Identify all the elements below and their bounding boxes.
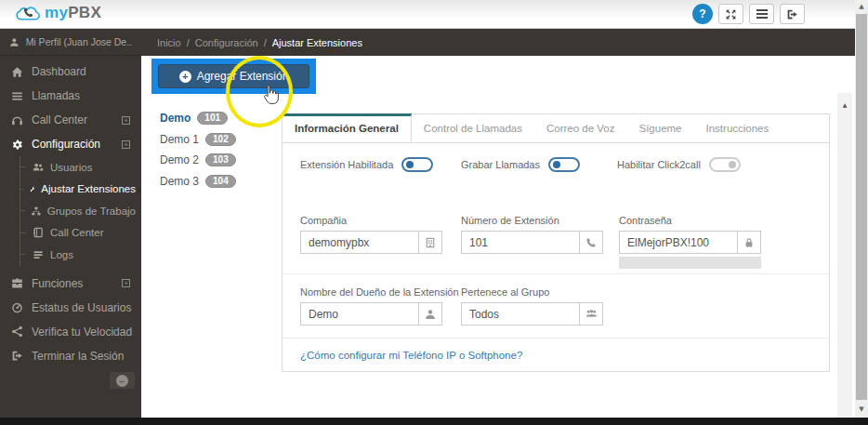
field-label: Pertenece al Grupo — [461, 286, 603, 298]
arrow-left-icon: ← — [116, 375, 128, 387]
breadcrumb-configuracion[interactable]: Configuración — [195, 37, 258, 48]
profile-label: Mi Perfil (Juan Jose De.. — [26, 36, 132, 47]
click2call-toggle[interactable] — [709, 157, 741, 172]
sidebar: Mi Perfil (Juan Jose De.. Dashboard Llam… — [0, 29, 141, 418]
content-scrollbar[interactable]: ▲ — [837, 93, 852, 418]
configure-phone-link[interactable]: ¿Cómo configurar mi Teléfono IP o Softph… — [300, 350, 522, 361]
breadcrumb-current: Ajustar Extensiones — [272, 37, 362, 48]
tab-informacion-general[interactable]: Información General — [283, 113, 412, 142]
plus-circle-icon: + — [179, 71, 191, 83]
record-calls-toggle[interactable] — [548, 157, 580, 172]
menu-toggle-button[interactable] — [749, 4, 774, 24]
logo-text: myPBX — [45, 4, 101, 22]
lines-icon — [33, 249, 44, 260]
person-icon — [9, 37, 20, 47]
gears-icon — [11, 139, 23, 151]
gauge-icon — [11, 301, 23, 313]
extension-enabled-toggle[interactable] — [401, 157, 433, 172]
extension-number-badge: 102 — [205, 133, 236, 146]
cloud-phone-logo-icon — [15, 3, 43, 23]
sidebar-item-dashboard[interactable]: Dashboard — [0, 60, 141, 84]
sidebar-item-logs[interactable]: Logs — [20, 244, 141, 266]
scrollbar-thumb[interactable] — [856, 14, 867, 400]
sign-out-icon — [786, 8, 798, 20]
mypbx-logo: myPBX — [15, 3, 101, 23]
breadcrumb: Inicio / Configuración / Ajustar Extensi… — [141, 29, 855, 56]
sidebar-item-ajustar-extensiones[interactable]: Ajustar Extensiones — [20, 179, 141, 201]
password-strength-bar — [619, 257, 761, 269]
tab-instrucciones[interactable]: Instrucciones — [694, 114, 782, 142]
window-scrollbar[interactable]: ▲ ▼ — [855, 0, 868, 418]
sign-out-icon — [11, 350, 23, 362]
field-label: Compañia — [300, 215, 442, 226]
expand-plus-icon[interactable] — [122, 116, 130, 125]
building-icon — [418, 232, 441, 253]
section-divider — [283, 338, 829, 339]
field-label: Número de Extensión — [461, 215, 603, 226]
configuracion-submenu: Usuarios Ajustar Extensiones Grupos de T… — [20, 156, 141, 266]
share-icon — [11, 325, 23, 338]
owner-name-field[interactable]: Demo — [300, 302, 442, 325]
list-item-extension[interactable]: Demo 3 104 — [160, 171, 271, 193]
group-field[interactable]: Todos — [461, 302, 603, 325]
sidebar-item-call-center[interactable]: Call Center — [0, 108, 141, 132]
sidebar-collapse-button[interactable]: ← — [110, 372, 135, 389]
logout-button[interactable] — [780, 4, 805, 24]
extension-detail-panel: Información General Control de Llamadas … — [282, 113, 830, 372]
scroll-up-icon[interactable]: ▲ — [855, 3, 868, 10]
tab-sigueme[interactable]: Sígueme — [626, 114, 693, 142]
company-field[interactable]: demomypbx — [300, 231, 442, 254]
expand-plus-icon[interactable] — [122, 279, 130, 287]
extension-number-field[interactable]: 101 — [461, 231, 603, 254]
sidebar-item-verifica-velocidad[interactable]: Verifica tu Velocidad — [0, 320, 141, 344]
section-divider — [283, 273, 829, 274]
sidebar-item-configuracion[interactable]: Configuración — [0, 132, 141, 156]
sidebar-item-estatus-de-usuarios[interactable]: Estatus de Usuarios — [0, 296, 141, 320]
list-item-extension[interactable]: Demo 2 103 — [160, 150, 271, 171]
app-window: myPBX ? Mi Perfil (Juan Jose De.. Dashbo… — [0, 0, 868, 425]
toggle-label: Habilitar Click2call — [617, 159, 701, 170]
sitemap-icon — [32, 206, 41, 217]
extension-number-badge: 103 — [205, 153, 236, 166]
address-book-icon — [33, 227, 44, 238]
tab-bar: Información General Control de Llamadas … — [283, 114, 829, 143]
hamburger-icon — [756, 9, 768, 19]
phone-icon — [579, 232, 602, 253]
list-icon — [11, 90, 23, 102]
list-item-extension[interactable]: Demo 1 102 — [160, 129, 271, 151]
sidebar-item-terminar-sesion[interactable]: Terminar la Sesión — [0, 344, 141, 368]
password-field[interactable]: ElMejorPBX!100 — [619, 231, 761, 254]
tab-control-de-llamadas[interactable]: Control de Llamadas — [412, 114, 534, 142]
sidebar-item-usuarios[interactable]: Usuarios — [20, 156, 141, 179]
mouse-cursor-icon — [261, 84, 280, 104]
sidebar-item-llamadas[interactable]: Llamadas — [0, 84, 141, 108]
wrench-icon — [30, 183, 35, 194]
sidebar-item-funciones[interactable]: Funciones — [0, 272, 141, 296]
sidebar-item-call-center-sub[interactable]: Call Center — [20, 222, 141, 245]
sidebar-item-grupos-de-trabajo[interactable]: Grupos de Trabajo — [20, 200, 141, 222]
expand-plus-icon[interactable] — [122, 140, 130, 149]
help-button[interactable]: ? — [692, 4, 713, 24]
home-icon — [11, 66, 23, 78]
group-icon — [579, 303, 602, 325]
expand-icon — [725, 8, 737, 20]
toggle-label: Grabar Llamadas — [461, 159, 540, 170]
top-header: myPBX ? — [0, 0, 868, 29]
lock-icon — [737, 232, 760, 253]
tab-correo-de-voz[interactable]: Correo de Voz — [534, 114, 627, 142]
briefcase-icon — [11, 277, 23, 289]
scroll-down-icon[interactable]: ▼ — [855, 405, 868, 413]
extension-number-badge: 101 — [197, 112, 228, 125]
extension-number-badge: 104 — [205, 175, 236, 188]
field-label: Contraseña — [619, 215, 761, 226]
headset-icon — [11, 114, 23, 126]
fullscreen-button[interactable] — [718, 4, 743, 24]
field-label: Nombre del Dueño de la Extensión — [300, 286, 442, 298]
person-icon — [418, 303, 441, 325]
breadcrumb-inicio[interactable]: Inicio — [157, 37, 181, 48]
users-icon — [33, 162, 44, 173]
toggle-label: Extensión Habilitada — [300, 159, 393, 170]
window-bottom-edge — [0, 418, 868, 425]
sidebar-item-profile[interactable]: Mi Perfil (Juan Jose De.. — [0, 29, 141, 56]
annotation-ellipse — [226, 56, 293, 127]
